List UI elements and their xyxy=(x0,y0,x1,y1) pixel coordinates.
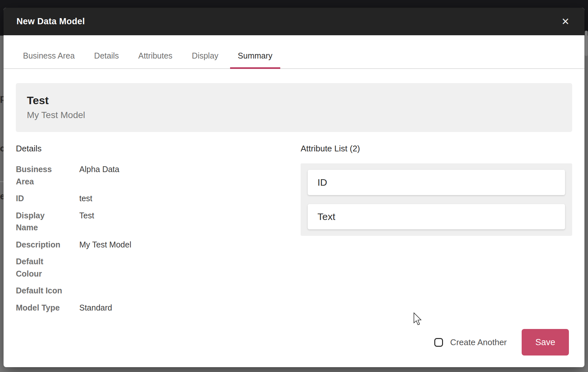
attribute-list-section: Attribute List (2) ID Text xyxy=(301,144,572,319)
dialog-title: New Data Model xyxy=(17,16,85,27)
attribute-list-heading: Attribute List (2) xyxy=(301,144,572,154)
summary-content: Details Business Area Alpha Data ID test… xyxy=(4,132,584,319)
background-scrollbar-thumb[interactable] xyxy=(585,31,588,56)
detail-row: Business Area Alpha Data xyxy=(16,163,301,188)
create-another-label[interactable]: Create Another xyxy=(450,337,507,347)
attribute-card-id[interactable]: ID xyxy=(308,170,565,195)
create-another-checkbox[interactable] xyxy=(434,338,443,347)
details-heading: Details xyxy=(16,144,301,154)
detail-label: Default Colour xyxy=(16,256,68,280)
detail-label: Business Area xyxy=(16,163,68,188)
detail-value: test xyxy=(79,192,92,205)
details-section: Details Business Area Alpha Data ID test… xyxy=(16,144,301,319)
tab-bar: Business Area Details Attributes Display… xyxy=(4,49,584,69)
detail-value: Alpha Data xyxy=(79,163,119,188)
tab-business-area[interactable]: Business Area xyxy=(15,49,83,68)
detail-row: Display Name Test xyxy=(16,210,301,234)
detail-label: Default Icon xyxy=(16,285,68,297)
model-display-name: Test xyxy=(27,94,561,107)
dialog-footer: Create Another Save xyxy=(434,329,569,356)
detail-row: Default Icon xyxy=(16,285,301,297)
attribute-list: ID Text xyxy=(301,163,572,236)
close-icon[interactable]: ✕ xyxy=(560,16,571,28)
detail-value: My Test Model xyxy=(79,239,131,251)
detail-label: Description xyxy=(16,239,68,251)
model-description: My Test Model xyxy=(27,110,561,120)
detail-value: Standard xyxy=(79,302,112,314)
new-data-model-dialog: New Data Model ✕ Business Area Details A… xyxy=(4,8,584,367)
save-button[interactable]: Save xyxy=(522,329,569,356)
tab-details[interactable]: Details xyxy=(86,49,127,68)
tab-summary[interactable]: Summary xyxy=(230,49,280,68)
detail-label: Display Name xyxy=(16,210,68,234)
model-summary-card: Test My Test Model xyxy=(16,83,572,132)
dialog-header: New Data Model ✕ xyxy=(4,8,584,35)
detail-value: Test xyxy=(79,210,94,234)
detail-label: Model Type xyxy=(16,302,68,314)
tab-attributes[interactable]: Attributes xyxy=(130,49,180,68)
detail-row: Model Type Standard xyxy=(16,302,301,314)
detail-row: Default Colour xyxy=(16,256,301,280)
detail-label: ID xyxy=(16,192,68,205)
attribute-card-text[interactable]: Text xyxy=(308,204,565,229)
tab-display[interactable]: Display xyxy=(184,49,226,68)
detail-row: ID test xyxy=(16,192,301,205)
detail-row: Description My Test Model xyxy=(16,239,301,251)
